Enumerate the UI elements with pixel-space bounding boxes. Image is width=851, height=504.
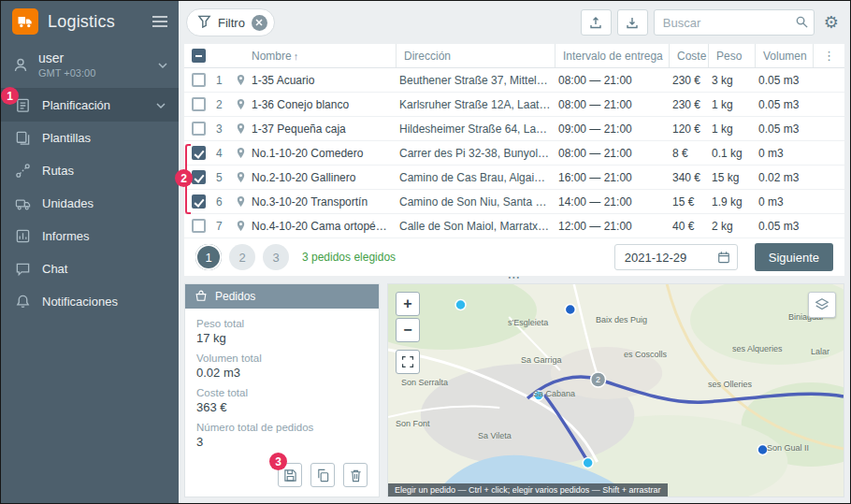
table-row[interactable]: 1 1-35 Acuario Beuthener Straße 37, Mitt…: [184, 68, 844, 93]
delete-button[interactable]: [343, 463, 368, 487]
row-number: 1: [212, 74, 233, 87]
zoom-in-button[interactable]: +: [396, 292, 420, 316]
order-cost: 230 €: [669, 74, 708, 87]
order-name: 1-37 Pequeña caja: [248, 122, 396, 136]
user-account[interactable]: user GMT +03:00: [1, 42, 179, 89]
order-name: 1-35 Acuario: [248, 74, 396, 87]
order-name: No.4-10-20 Cama ortopédica: [248, 220, 396, 233]
column-name[interactable]: Nombre↑: [248, 50, 396, 63]
order-cost: 340 €: [669, 171, 708, 184]
import-orders-button[interactable]: [581, 9, 612, 36]
search-input[interactable]: [654, 9, 815, 36]
annotation-step-2: 2: [175, 169, 193, 187]
row-checkbox[interactable]: [192, 146, 206, 160]
basket-icon: [195, 289, 208, 305]
date-value: 2021-12-29: [625, 251, 687, 265]
export-orders-button[interactable]: [617, 9, 648, 36]
order-marker-blue[interactable]: [565, 305, 575, 315]
logistics-app: Logistics user GMT +03:00 Planifica: [0, 0, 851, 504]
row-checkbox[interactable]: [192, 194, 206, 209]
map[interactable]: 2 s'Esgleieta Baix des Puig Biniagual Sa…: [387, 283, 844, 497]
sidebar-item-routes[interactable]: Rutas: [1, 154, 179, 187]
panel-resize-handle[interactable]: ⋯: [184, 276, 844, 283]
sidebar-item-reports[interactable]: Informes: [1, 220, 179, 252]
map-layers-button[interactable]: [808, 292, 836, 318]
column-cost[interactable]: Coste: [669, 44, 708, 67]
order-address: Calle de Son Maiol, Marratxí 07141,...: [396, 220, 555, 233]
chat-icon: [14, 261, 31, 278]
column-weight[interactable]: Peso: [708, 44, 755, 67]
row-checkbox[interactable]: [192, 97, 206, 111]
select-all-checkbox[interactable]: [192, 49, 206, 63]
resize-dots-icon[interactable]: ⋯: [508, 272, 522, 281]
menu-toggle-icon[interactable]: [152, 16, 167, 27]
table-row[interactable]: 7 No.4-10-20 Cama ortopédica Calle de So…: [184, 214, 844, 238]
chevron-down-icon: [158, 56, 167, 73]
bar-chart-icon: [14, 228, 31, 245]
sidebar-item-units[interactable]: Unidades: [1, 187, 179, 220]
bottom-section: Pedidos Peso total 17 kg Volumen total 0…: [184, 283, 844, 503]
order-marker-cyan[interactable]: [583, 458, 593, 468]
sidebar-item-chat[interactable]: Chat: [1, 252, 179, 285]
table-row[interactable]: 2 1-36 Conejo blanco Karlsruher Straße 1…: [184, 93, 844, 117]
row-number: 5: [212, 171, 233, 184]
top-toolbar: Filtro ⚙: [184, 1, 844, 44]
order-volume: 0.05 m3: [755, 74, 813, 87]
copy-button[interactable]: [310, 463, 335, 487]
location-pin-icon: [233, 195, 248, 208]
stat-total-orders: Número total de pedidos 3: [196, 422, 368, 449]
order-marker-cyan[interactable]: [534, 391, 543, 400]
sidebar-item-label: Plantillas: [42, 131, 91, 145]
page-button-3[interactable]: 3: [263, 244, 289, 270]
date-picker[interactable]: 2021-12-29: [614, 244, 738, 270]
order-address: Hildesheimer Straße 64, Laatzen 30...: [396, 122, 555, 136]
sidebar-item-notifications[interactable]: Notificaciones: [1, 285, 179, 318]
table-row[interactable]: 6 No.3-10-20 Transportín Camino de Son N…: [184, 190, 844, 214]
settings-gear-icon[interactable]: ⚙: [820, 14, 843, 31]
user-name: user: [38, 50, 95, 65]
row-checkbox[interactable]: [192, 122, 206, 136]
table-row[interactable]: 3 1-37 Pequeña caja Hildesheimer Straße …: [184, 117, 844, 141]
sidebar-item-label: Informes: [42, 229, 90, 243]
clear-filter-button[interactable]: [252, 15, 267, 31]
order-volume: 0.05 m3: [755, 98, 813, 111]
sidebar-nav: Planificación Plantillas Rutas: [1, 89, 179, 318]
fullscreen-button[interactable]: [396, 350, 420, 374]
column-interval[interactable]: Intervalo de entrega: [555, 44, 669, 67]
zoom-out-button[interactable]: −: [396, 318, 420, 342]
sidebar-item-label: Planificación: [42, 98, 110, 112]
chevron-down-icon: [156, 98, 166, 112]
row-checkbox[interactable]: [192, 170, 206, 184]
table-row[interactable]: 5 No.2-10-20 Gallinero Camino de Cas Bra…: [184, 166, 844, 190]
location-pin-icon: [233, 122, 248, 135]
order-weight: 2 kg: [708, 220, 755, 233]
order-marker-cyan[interactable]: [455, 300, 466, 310]
sidebar-item-planning[interactable]: Planificación: [1, 89, 179, 122]
page-button-2[interactable]: 2: [229, 244, 255, 270]
delivery-interval: 09:00 — 21:00: [555, 122, 669, 136]
table-options-icon[interactable]: ⋮: [813, 44, 844, 67]
search-icon: [795, 15, 809, 33]
sidebar-item-templates[interactable]: Plantillas: [1, 122, 179, 154]
row-number: 4: [212, 147, 233, 160]
map-canvas[interactable]: 2: [388, 284, 844, 497]
column-address[interactable]: Dirección: [396, 44, 555, 67]
column-volume[interactable]: Volumen: [755, 44, 813, 67]
order-marker-blue[interactable]: [757, 445, 768, 455]
filter-icon: [197, 14, 211, 32]
row-checkbox[interactable]: [192, 219, 206, 233]
order-weight: 1 kg: [708, 122, 755, 136]
page-button-1[interactable]: 1: [195, 244, 222, 270]
sidebar-item-label: Notificaciones: [42, 295, 118, 309]
table-row[interactable]: 4 No.1-10-20 Comedero Carrer des Pi 32-3…: [184, 141, 844, 166]
location-pin-icon: [233, 147, 248, 159]
order-name: No.3-10-20 Transportín: [248, 195, 396, 209]
row-number: 2: [212, 98, 233, 111]
order-weight: 3 kg: [708, 74, 755, 87]
row-checkbox[interactable]: [192, 73, 206, 87]
filter-chip[interactable]: Filtro: [186, 8, 275, 36]
route-stop-marker-label: 2: [596, 375, 600, 384]
sidebar-item-label: Rutas: [42, 164, 74, 178]
order-cost: 120 €: [669, 122, 708, 136]
next-button[interactable]: Siguiente: [755, 243, 833, 271]
